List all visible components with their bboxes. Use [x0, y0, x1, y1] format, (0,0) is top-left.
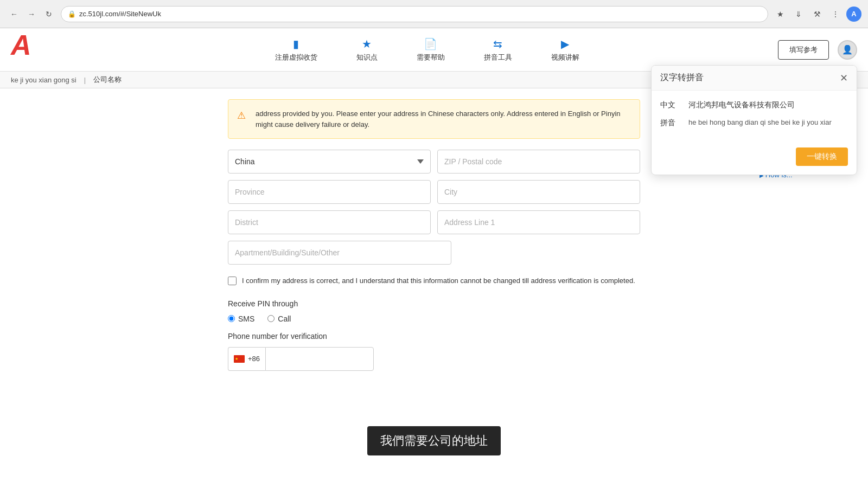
video-icon: ▶ — [561, 37, 569, 50]
sms-label: SMS — [238, 314, 254, 323]
pinyin-banner-text: ke ji you xian gong si — [11, 76, 76, 84]
bookmark-button[interactable]: ★ — [773, 7, 788, 22]
hanzi-title: 汉字转拼音 — [660, 72, 704, 84]
back-button[interactable]: ← — [7, 7, 22, 22]
download-button[interactable]: ⇓ — [791, 7, 806, 22]
hanzi-chinese-value: 河北鸿邦电气设备科技有限公司 — [688, 99, 848, 111]
hanzi-pinyin-label: 拼音 — [660, 117, 682, 128]
hanzi-pinyin-row: 拼音 he bei hong bang dian qi she bei ke j… — [660, 117, 848, 128]
district-address-row — [228, 210, 640, 234]
nav-video-label: 视频讲解 — [551, 53, 579, 62]
help-icon: 📄 — [424, 37, 437, 50]
hanzi-panel: 汉字转拼音 ✕ 中文 河北鸿邦电气设备科技有限公司 拼音 he bei hong… — [651, 65, 857, 175]
warning-box: ⚠ address provided by you. Please enter … — [228, 99, 640, 139]
address1-input[interactable] — [437, 210, 640, 234]
call-radio[interactable] — [267, 315, 275, 322]
flag-cn-icon — [234, 355, 245, 363]
menu-button[interactable]: ⋮ — [828, 7, 843, 22]
register-icon: ▮ — [293, 37, 299, 50]
nav-help[interactable]: 📄 需要帮助 — [408, 33, 454, 67]
phone-section-label: Phone number for verification — [228, 332, 640, 341]
nav-pinyin-label: 拼音工具 — [484, 53, 512, 62]
receive-pin-label: Receive PIN through — [228, 299, 640, 308]
hanzi-chinese-label: 中文 — [660, 99, 682, 110]
pinyin-icon: ⇆ — [493, 37, 502, 50]
extensions-button[interactable]: ⚒ — [809, 7, 825, 22]
hanzi-body: 中文 河北鸿邦电气设备科技有限公司 拼音 he bei hong bang di… — [652, 91, 857, 143]
user-avatar[interactable]: 👤 — [838, 40, 857, 60]
warning-text: address provided by you. Please enter yo… — [256, 110, 621, 129]
hanzi-close-button[interactable]: ✕ — [840, 73, 848, 83]
address-form: China — [228, 150, 640, 265]
fill-ref-button[interactable]: 填写参考 — [778, 40, 829, 60]
province-city-row — [228, 180, 640, 204]
hanzi-pinyin-value: he bei hong bang dian qi she bei ke ji y… — [688, 117, 848, 128]
nav-help-label: 需要帮助 — [417, 53, 445, 62]
zip-input[interactable] — [437, 150, 640, 174]
call-radio-label[interactable]: Call — [267, 314, 291, 323]
nav-pinyin[interactable]: ⇆ 拼音工具 — [475, 33, 521, 67]
nav-register-label: 注册虚拟收货 — [275, 53, 317, 62]
country-zip-row: China — [228, 150, 640, 174]
nav-register[interactable]: ▮ 注册虚拟收货 — [266, 33, 326, 67]
reload-button[interactable]: ↻ — [41, 7, 56, 22]
browser-chrome: ← → ↻ 🔒 zc.510jl.com/#/SiteNewUk ★ ⇓ ⚒ ⋮… — [0, 0, 868, 28]
hanzi-footer: 一键转换 — [652, 143, 857, 175]
nav-center: ▮ 注册虚拟收货 ★ 知识点 📄 需要帮助 ⇆ 拼音工具 ▶ 视频讲解 — [76, 33, 778, 67]
site-logo: A — [11, 31, 54, 69]
main-content: ⚠ address provided by you. Please enter … — [217, 88, 651, 390]
browser-profile[interactable]: A — [846, 7, 861, 22]
phone-number-input[interactable] — [265, 347, 374, 371]
hanzi-chinese-row: 中文 河北鸿邦电气设备科技有限公司 — [660, 99, 848, 111]
nav-video[interactable]: ▶ 视频讲解 — [542, 33, 588, 67]
receive-pin-section: Receive PIN through SMS Call — [228, 299, 640, 323]
subtitle-text: 我們需要公司的地址 — [380, 434, 488, 447]
hanzi-header: 汉字转拼音 ✕ — [652, 66, 857, 91]
pinyin-suffix: 公司名称 — [93, 75, 122, 85]
yijian-convert-button[interactable]: 一键转换 — [796, 147, 848, 166]
confirm-checkbox[interactable] — [228, 277, 237, 285]
apartment-row — [228, 241, 640, 265]
district-input[interactable] — [228, 210, 431, 234]
browser-nav-buttons: ← → ↻ — [7, 7, 56, 22]
country-select[interactable]: China — [228, 150, 431, 174]
nav-knowledge-label: 知识点 — [356, 53, 378, 62]
city-input[interactable] — [437, 180, 640, 204]
lock-icon: 🔒 — [68, 10, 76, 18]
sms-radio[interactable] — [228, 315, 235, 322]
confirm-text: I confirm my address is correct, and I u… — [242, 275, 635, 286]
receive-pin-radio-row: SMS Call — [228, 314, 640, 323]
call-label: Call — [278, 314, 291, 323]
sms-radio-label[interactable]: SMS — [228, 314, 254, 323]
nav-right: 填写参考 👤 — [778, 40, 857, 60]
address-bar[interactable]: 🔒 zc.510jl.com/#/SiteNewUk — [61, 6, 768, 22]
confirm-row: I confirm my address is correct, and I u… — [228, 275, 640, 286]
province-input[interactable] — [228, 180, 431, 204]
url-text: zc.510jl.com/#/SiteNewUk — [79, 10, 161, 18]
forward-button[interactable]: → — [24, 7, 39, 22]
apartment-input[interactable] — [228, 241, 451, 265]
phone-code-button[interactable]: +86 — [228, 347, 265, 371]
pinyin-separator: | — [84, 76, 86, 84]
nav-knowledge[interactable]: ★ 知识点 — [348, 33, 386, 67]
logo-letter: A — [11, 31, 54, 59]
warning-icon: ⚠ — [237, 108, 246, 123]
browser-actions: ★ ⇓ ⚒ ⋮ A — [773, 7, 861, 22]
knowledge-icon: ★ — [362, 37, 372, 50]
phone-row: +86 — [228, 347, 640, 371]
phone-code-text: +86 — [248, 355, 260, 363]
subtitle-toast: 我們需要公司的地址 — [367, 426, 501, 455]
